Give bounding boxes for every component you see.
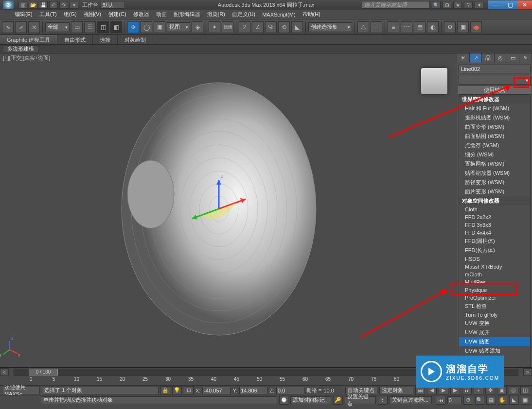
align-icon[interactable]: ≣ <box>371 21 382 33</box>
modifier-item[interactable]: 点缓存 (WSM) <box>459 141 530 150</box>
ribbon-polymodel-button[interactable]: 多边形建模 <box>3 45 38 53</box>
modifier-item[interactable]: 细分 (WSM) <box>459 150 530 159</box>
close-button[interactable]: ✕ <box>517 0 532 9</box>
modifier-item[interactable]: mCloth <box>459 271 530 278</box>
move-icon[interactable]: ✥ <box>127 21 139 33</box>
undo-icon[interactable]: ↶ <box>49 1 58 9</box>
workspace-select[interactable]: 默认 <box>101 1 125 9</box>
keyboard-icon[interactable]: ⌨ <box>222 21 233 33</box>
comm-center-icon[interactable]: ☊ <box>443 1 451 9</box>
menu-animation[interactable]: 动画 <box>156 11 167 18</box>
zoom-all-icon[interactable]: ▦ <box>486 396 496 405</box>
timetag-icon[interactable]: ⌚ <box>279 396 288 405</box>
sel-lock-icon[interactable]: ⊡ <box>184 386 194 395</box>
select-region-icon[interactable]: ◫ <box>97 21 109 33</box>
fov-icon[interactable]: ◣ <box>509 396 518 405</box>
zoom-icon[interactable]: 🔍 <box>475 396 484 405</box>
render-frame-icon[interactable]: ▣ <box>457 21 469 33</box>
ribbon-tab-selection[interactable]: 选择 <box>93 35 118 44</box>
modifier-item[interactable]: FFD 4x4x4 <box>459 229 530 237</box>
scale-icon[interactable]: ▣ <box>154 21 165 33</box>
more-icon[interactable]: ▾ <box>70 1 78 9</box>
keyfilter-button[interactable]: 关键点过滤器... <box>390 396 432 404</box>
redo-icon[interactable]: ↷ <box>59 1 68 9</box>
orbit-icon[interactable]: ◎ <box>509 386 518 395</box>
object-name-field[interactable]: Line002 <box>459 65 531 73</box>
save-icon[interactable]: 💾 <box>39 1 48 9</box>
panel-modify-tab[interactable]: ↗ <box>470 53 482 63</box>
menu-maxscript[interactable]: MAXScript(M) <box>262 12 295 17</box>
help-dropdown-icon[interactable]: ▾ <box>475 1 483 9</box>
panel-utilities-tab[interactable]: ✎ <box>519 53 532 63</box>
panel-display-tab[interactable]: ▭ <box>507 53 520 63</box>
modifier-item[interactable]: HSDS <box>459 255 530 263</box>
timeslider-prev-icon[interactable]: < <box>0 368 9 376</box>
menu-create[interactable]: 创建(C) <box>108 11 126 18</box>
script-listener[interactable]: 欢迎使用 MAXSc <box>2 387 40 394</box>
menu-modifiers[interactable]: 修改器 <box>133 11 149 18</box>
menu-tools[interactable]: 工具(T) <box>39 11 57 18</box>
modifier-item[interactable]: UVW 贴图添加 <box>459 346 530 356</box>
addtimetag-button[interactable]: 添加时间标记 <box>290 396 331 404</box>
schematic-icon[interactable]: ▤ <box>414 21 426 33</box>
named-selset[interactable]: 创建选择集 <box>308 22 352 32</box>
isolate-icon[interactable]: 💡 <box>172 386 182 395</box>
unlink-icon[interactable]: ⇗ <box>15 21 27 33</box>
selobj-dropdown[interactable]: 选定对象 <box>379 387 413 394</box>
modifier-item[interactable]: 贴图缩放器 (WSM) <box>459 169 530 178</box>
maximize-button[interactable]: ▢ <box>503 0 517 9</box>
setkey-button[interactable]: 设置关键点 <box>345 396 376 404</box>
pivot-icon[interactable]: ◈ <box>192 21 203 33</box>
panel-hierarchy-tab[interactable]: 品 <box>482 53 495 63</box>
link-icon[interactable]: ⇘ <box>2 21 14 33</box>
modifier-item[interactable]: Cloth <box>459 205 530 213</box>
modifier-item[interactable]: FFD 2x2x2 <box>459 213 530 221</box>
curve-editor-icon[interactable]: 〰 <box>401 21 412 33</box>
modifier-item[interactable]: MassFX RBody <box>459 263 530 271</box>
help-icon[interactable]: ? <box>464 1 473 9</box>
goto-start2-icon[interactable]: ⏮ <box>436 396 445 405</box>
render-icon[interactable]: 🫖 <box>470 21 482 33</box>
hand-icon[interactable]: ✋ <box>498 396 507 405</box>
refcoord-select[interactable]: 视图 <box>167 22 190 32</box>
modifier-item[interactable]: STL 检查 <box>459 302 530 311</box>
modifier-item[interactable]: FFD 3x3x3 <box>459 221 530 229</box>
timeslider-next-icon[interactable]: > <box>523 368 532 376</box>
menu-grapheditors[interactable]: 图形编辑器 <box>174 11 200 18</box>
ribbon-tab-graphite[interactable]: Graphite 建模工具 <box>0 35 57 44</box>
manip-icon[interactable]: ✦ <box>209 21 220 33</box>
menu-view[interactable]: 视图(V) <box>84 11 102 18</box>
frame-field[interactable]: 0 <box>447 396 461 404</box>
minimize-button[interactable]: — <box>488 0 503 9</box>
menu-customize[interactable]: 自定义(U) <box>232 11 255 18</box>
menu-group[interactable]: 组(G) <box>64 11 77 18</box>
key-icon[interactable]: 🔑 <box>333 396 342 405</box>
mirror-icon[interactable]: ⧋ <box>357 21 369 33</box>
menu-help[interactable]: 帮助(H) <box>302 11 320 18</box>
menu-rendering[interactable]: 渲染(R) <box>207 11 225 18</box>
render-setup-icon[interactable]: ⚙ <box>444 21 456 33</box>
menu-edit[interactable]: 编辑(E) <box>15 11 33 18</box>
snap-spinner-icon[interactable]: ⟲ <box>278 21 290 33</box>
selection-filter[interactable]: 全部 <box>45 22 70 32</box>
snap2d-icon[interactable]: 2 <box>239 21 250 33</box>
rotate-icon[interactable]: ◯ <box>141 21 152 33</box>
y-field[interactable]: 14.806 <box>239 387 267 394</box>
select-name-icon[interactable]: ☰ <box>84 21 96 33</box>
max-viewport-icon[interactable]: ◫ <box>520 386 530 395</box>
z-field[interactable]: 0.0 <box>276 387 304 394</box>
bind-icon[interactable]: ⤭ <box>28 21 40 33</box>
timeconfig-icon[interactable]: ⚙ <box>463 396 473 405</box>
favorites-icon[interactable]: ★ <box>453 1 462 9</box>
snap-percent-icon[interactable]: % <box>265 21 277 33</box>
snap-edge-icon[interactable]: ◣ <box>291 21 303 33</box>
app-icon[interactable]: 3 <box>3 0 14 9</box>
search-icon[interactable]: 🔍 <box>432 1 441 9</box>
viewport-label[interactable]: [+][正交][真实+边面] <box>3 54 50 62</box>
modifier-item-uvw-map[interactable]: UVW 贴图 <box>459 337 530 346</box>
modifier-item[interactable]: FFD(长方体) <box>459 246 530 255</box>
window-crossing-icon[interactable]: ◧ <box>110 21 122 33</box>
layers-icon[interactable]: ≡ <box>388 21 399 33</box>
panel-create-tab[interactable]: ☀ <box>457 53 470 63</box>
panel-motion-tab[interactable]: ◎ <box>495 53 507 63</box>
